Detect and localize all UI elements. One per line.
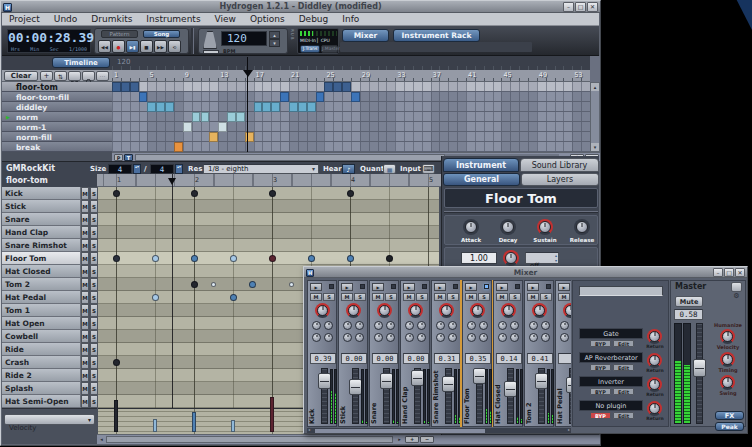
song-pattern-cell[interactable]: [342, 82, 351, 92]
loop-button[interactable]: ⟲: [168, 40, 181, 53]
note[interactable]: [230, 294, 237, 301]
instrument-row-hat-semi-open[interactable]: Hat Semi-Open: [2, 395, 81, 408]
song-pattern-cell[interactable]: [147, 102, 156, 112]
song-pattern-cell[interactable]: [236, 112, 245, 122]
note[interactable]: [211, 282, 216, 287]
forward-button[interactable]: ▶▶: [154, 40, 167, 53]
resolution-combo[interactable]: 1/8 - eighth ▾: [203, 164, 319, 174]
scroll-left-icon[interactable]: ◂: [98, 436, 105, 443]
note[interactable]: [113, 190, 120, 197]
pattern-mode-toggle[interactable]: P: [114, 154, 123, 161]
strip-mute-button[interactable]: M: [310, 293, 322, 301]
play-pause-button[interactable]: ▶▮: [126, 40, 139, 53]
fx-send-knob[interactable]: [467, 321, 476, 330]
tab-general[interactable]: General: [443, 173, 520, 186]
fx-send-knob[interactable]: [479, 321, 488, 330]
release-knob[interactable]: [574, 219, 590, 235]
fx-send-knob[interactable]: [405, 321, 414, 330]
bpm-spinner-down[interactable]: ▾: [269, 39, 280, 47]
fx-send-knob[interactable]: [498, 333, 507, 342]
tab-instrument[interactable]: Instrument: [443, 158, 519, 172]
gain-knob[interactable]: [503, 250, 519, 266]
fx-send-knob[interactable]: [436, 333, 445, 342]
strip-solo-button[interactable]: S: [385, 293, 397, 301]
mute-button[interactable]: M: [81, 226, 89, 239]
pattern-hscrollbar[interactable]: [106, 436, 393, 443]
pan-knob[interactable]: [563, 303, 571, 318]
solo-button[interactable]: S: [90, 304, 98, 317]
fx-send-knob[interactable]: [405, 333, 414, 342]
solo-button[interactable]: S: [90, 278, 98, 291]
solo-button[interactable]: S: [90, 265, 98, 278]
fx-send-knob[interactable]: [479, 333, 488, 342]
maximize-button[interactable]: □: [575, 2, 586, 12]
pan-knob[interactable]: [439, 303, 454, 318]
instrument-row-cowbell[interactable]: Cowbell: [2, 330, 81, 343]
solo-button[interactable]: S: [90, 330, 98, 343]
strip-play-button[interactable]: ▶: [434, 283, 446, 291]
instrument-rack-toggle-button[interactable]: Instrument Rack: [393, 29, 480, 42]
fx-send-knob[interactable]: [355, 321, 364, 330]
sustain-knob[interactable]: [537, 219, 553, 235]
song-pattern-cell[interactable]: [271, 102, 280, 112]
attack-knob[interactable]: [463, 219, 479, 235]
song-pattern-row-diddley[interactable]: diddley: [2, 102, 112, 112]
move-pattern-button[interactable]: ⇅: [54, 71, 67, 81]
strip-mute-button[interactable]: M: [403, 293, 415, 301]
mute-button[interactable]: M: [81, 382, 89, 395]
song-grid-row[interactable]: [112, 132, 590, 142]
pan-knob[interactable]: [377, 303, 392, 318]
fx-send-knob[interactable]: [355, 333, 364, 342]
instrument-row-tom-1[interactable]: Tom 1: [2, 304, 81, 317]
song-grid-row[interactable]: [112, 82, 590, 92]
instrument-row-crash[interactable]: Crash: [2, 356, 81, 369]
strip-play-button[interactable]: ▶: [558, 283, 570, 291]
fx-edit-button[interactable]: Edit: [613, 388, 634, 395]
mute-button[interactable]: M: [81, 369, 89, 382]
timeline-mode-toggle[interactable]: T: [124, 154, 133, 161]
song-pattern-cell[interactable]: [351, 92, 360, 102]
song-mode-button[interactable]: Song: [143, 30, 180, 38]
mute-button[interactable]: M: [81, 304, 89, 317]
pan-knob[interactable]: [408, 303, 423, 318]
record-button[interactable]: ●: [112, 40, 125, 53]
note[interactable]: [308, 255, 315, 262]
measure-ruler[interactable]: 1591317212529333741454953: [112, 70, 590, 82]
fx-send-knob[interactable]: [386, 333, 395, 342]
fx-return-knob[interactable]: [647, 401, 662, 416]
menu-instruments[interactable]: Instruments: [139, 14, 207, 24]
mixer-toggle-button[interactable]: Mixer: [342, 29, 389, 42]
note[interactable]: [386, 255, 393, 262]
strip-solo-button[interactable]: S: [478, 293, 490, 301]
fx-bypass-button[interactable]: BYP: [590, 388, 611, 395]
peak-toggle-button[interactable]: Peak: [715, 422, 744, 431]
menu-drumkits[interactable]: Drumkits: [84, 14, 139, 24]
timeline-button[interactable]: Timeline: [52, 57, 110, 68]
master-fader[interactable]: [693, 359, 706, 377]
fx-send-knob[interactable]: [541, 321, 550, 330]
fx-send-knob[interactable]: [436, 321, 445, 330]
strip-mute-button[interactable]: M: [558, 293, 570, 301]
song-pattern-cell[interactable]: [165, 102, 174, 112]
strip-mute-button[interactable]: M: [372, 293, 384, 301]
pattern-zoom-out-button[interactable]: −: [420, 436, 434, 443]
add-pattern-button[interactable]: +: [40, 71, 53, 81]
song-grid-row[interactable]: [112, 142, 590, 152]
note[interactable]: [152, 255, 159, 262]
instrument-row-snare-rimshot[interactable]: Snare Rimshot: [2, 239, 81, 252]
strip-play-button[interactable]: ▶: [372, 283, 384, 291]
more-options-button[interactable]: …: [96, 71, 109, 81]
menu-undo[interactable]: Undo: [47, 14, 85, 24]
solo-button[interactable]: S: [90, 343, 98, 356]
pattern-grid-row[interactable]: [98, 226, 439, 239]
fx-send-knob[interactable]: [467, 333, 476, 342]
strip-play-button[interactable]: ▶: [403, 283, 415, 291]
solo-button[interactable]: S: [90, 369, 98, 382]
scroll-up-icon[interactable]: ▴: [591, 83, 599, 91]
mute-button[interactable]: M: [81, 278, 89, 291]
tempo-ruler[interactable]: 120: [112, 56, 590, 70]
menu-info[interactable]: Info: [335, 14, 366, 24]
fx-send-knob[interactable]: [324, 321, 333, 330]
pan-knob[interactable]: [346, 303, 361, 318]
song-pattern-cell[interactable]: [121, 82, 130, 92]
